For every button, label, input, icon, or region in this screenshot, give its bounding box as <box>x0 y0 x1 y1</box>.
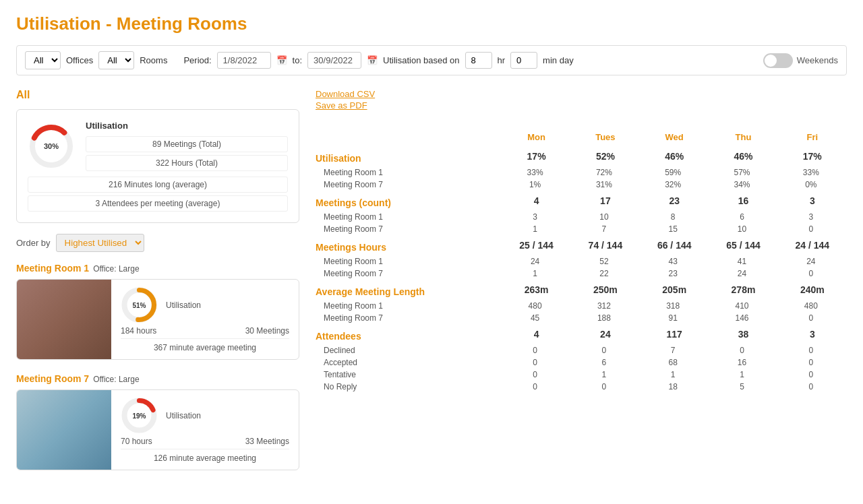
links: Download CSV Save as PDF <box>316 89 847 111</box>
sub-row-value: 41 <box>709 255 777 267</box>
sub-row-value: 6 <box>709 211 777 223</box>
section-header-row: Meetings (count)41723163 <box>316 191 847 211</box>
save-pdf-link[interactable]: Save as PDF <box>316 100 847 111</box>
date-to-input[interactable] <box>307 52 361 69</box>
section-value-cell: 17% <box>778 146 847 166</box>
room-header: Meeting Room 7 Office: Large <box>16 373 299 384</box>
weekends-toggle[interactable] <box>763 53 793 68</box>
sub-row-label: Accepted <box>316 356 502 369</box>
section-value-cell: 46% <box>640 146 709 166</box>
sub-row-label: Meeting Room 1 <box>316 166 502 179</box>
sub-row-value: 59% <box>640 166 709 179</box>
sub-row-value: 0 <box>571 344 640 356</box>
room-card-top: 19% Utilisation <box>121 397 289 434</box>
room-img-inner <box>17 390 111 470</box>
sub-row-value: 1 <box>571 369 640 381</box>
date-from-input[interactable] <box>217 52 271 69</box>
hr-label: hr <box>498 55 506 65</box>
main-grid: All 30% Utilisation 89 Meetings (Tot <box>16 89 847 484</box>
room-card-body: 19% Utilisation 70 hours 33 Meetings 126… <box>111 390 299 470</box>
section-value-cell: 52% <box>571 146 640 166</box>
summary-right: Utilisation 89 Meetings (Total) 322 Hour… <box>86 121 288 171</box>
section-value-cell: 17 <box>571 191 640 211</box>
order-row: Order by Highest Utilised <box>16 234 299 252</box>
sub-row-label: Meeting Room 7 <box>316 223 502 235</box>
sub-row-label: No Reply <box>316 381 502 393</box>
room-card-body: 51% Utilisation 184 hours 30 Meetings 36… <box>111 280 299 359</box>
download-csv-link[interactable]: Download CSV <box>316 89 847 99</box>
table-row: Meeting Room 1480312318410480 <box>316 300 847 312</box>
sub-row-value: 1 <box>502 267 570 280</box>
room-cards: Meeting Room 1 Office: Large 51% Utilisa… <box>16 263 299 470</box>
col-header-empty <box>316 120 502 128</box>
sub-row-value: 6 <box>571 356 640 369</box>
section-value-cell: 24 / 144 <box>778 235 847 255</box>
summary-donut: 30% <box>28 123 75 170</box>
sub-row-value: 188 <box>571 312 640 324</box>
sub-row-value: 32% <box>640 179 709 191</box>
order-label: Order by <box>16 238 51 248</box>
sub-row-value: 1 <box>709 369 777 381</box>
data-table: MonTuesWedThuFriUtilisation17%52%46%46%1… <box>316 120 847 393</box>
room-section-1: Meeting Room 1 Office: Large 51% Utilisa… <box>16 263 299 360</box>
sub-row-value: 31% <box>571 179 640 191</box>
sub-row-value: 0 <box>778 356 847 369</box>
sub-row-value: 33% <box>502 166 570 179</box>
room-meetings: 33 Meetings <box>245 437 289 446</box>
sub-row-value: 312 <box>571 300 640 312</box>
room-pct: 19% <box>132 412 146 419</box>
sub-row-value: 0 <box>778 312 847 324</box>
calendar-from-icon[interactable]: 📅 <box>276 55 287 65</box>
room-hours: 70 hours <box>121 437 152 446</box>
calendar-to-icon[interactable]: 📅 <box>367 55 378 65</box>
room-image <box>17 390 111 470</box>
room-name: Meeting Room 7 <box>16 373 89 384</box>
sub-row-value: 10 <box>571 211 640 223</box>
weekends-label: Weekends <box>797 55 838 65</box>
room-name: Meeting Room 1 <box>16 263 89 274</box>
section-header-row: Utilisation17%52%46%46%17% <box>316 146 847 166</box>
section-header-row: Attendees424117383 <box>316 324 847 344</box>
table-first-col <box>316 128 502 146</box>
min-input[interactable] <box>510 52 537 69</box>
col-header-fri: Fri <box>778 128 847 146</box>
sub-row-value: 1 <box>640 369 709 381</box>
section-header-row: Meetings Hours25 / 14474 / 14466 / 14465… <box>316 235 847 255</box>
utilisation-based-label: Utilisation based on <box>383 55 459 65</box>
toolbar: All Offices All Rooms Period: 📅 to: 📅 Ut… <box>16 45 847 75</box>
section-title-cell: Average Meeting Length <box>316 280 502 300</box>
period-label: Period: <box>183 55 211 65</box>
sub-row-value: 57% <box>709 166 777 179</box>
room-office: Office: Large <box>93 375 139 384</box>
summary-top: 30% Utilisation 89 Meetings (Total) 322 … <box>28 121 288 171</box>
table-row: Meeting Room 71715100 <box>316 223 847 235</box>
section-value-cell: 263m <box>502 280 570 300</box>
section-value-cell: 74 / 144 <box>571 235 640 255</box>
sub-row-value: 480 <box>778 300 847 312</box>
table-row: Accepted0668160 <box>316 356 847 369</box>
right-panel: Download CSV Save as PDF MonTuesWedThuFr… <box>316 89 847 484</box>
stat3: 216 Minutes long (average) <box>28 177 288 193</box>
summary-pct: 30% <box>44 142 59 150</box>
room-pct: 51% <box>132 301 146 309</box>
section-value-cell: 24 <box>571 324 640 344</box>
filter2-select[interactable]: All <box>98 51 134 69</box>
sub-row-value: 0 <box>571 381 640 393</box>
section-value-cell: 17% <box>502 146 570 166</box>
min-label: min day <box>543 55 574 65</box>
col-header-mon: Mon <box>502 128 570 146</box>
stat4: 3 Attendees per meeting (average) <box>28 195 288 212</box>
table-row: Tentative01110 <box>316 369 847 381</box>
sub-row-label: Meeting Room 7 <box>316 312 502 324</box>
page: Utilisation - Meeting Rooms All Offices … <box>0 0 863 497</box>
hr-input[interactable] <box>465 52 492 69</box>
summary-bottom: 216 Minutes long (average) 3 Attendees p… <box>28 177 288 212</box>
order-select[interactable]: Highest Utilised <box>56 234 144 252</box>
section-value-cell: 38 <box>709 324 777 344</box>
date-to-label: to: <box>293 55 302 65</box>
room-hours: 184 hours <box>121 326 156 336</box>
filter1-select[interactable]: All <box>25 51 61 69</box>
sub-row-value: 23 <box>640 267 709 280</box>
stat1: 89 Meetings (Total) <box>86 136 288 152</box>
sub-row-value: 52 <box>571 255 640 267</box>
